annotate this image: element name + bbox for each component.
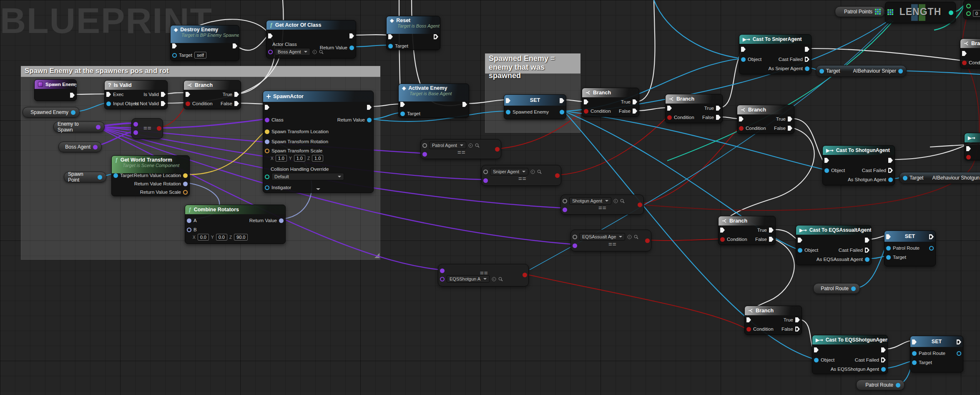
- exec-in-pin[interactable]: [265, 105, 269, 110]
- node-clipped-cast[interactable]: ▶➞: [964, 133, 980, 160]
- search-icon[interactable]: [537, 170, 542, 174]
- out-pin[interactable]: [898, 69, 903, 73]
- location-out-pin[interactable]: [183, 173, 188, 178]
- in-pin-a[interactable]: [440, 268, 445, 273]
- var-out-pin[interactable]: [93, 145, 98, 149]
- node-equal-eqs-assault[interactable]: EQSAssualt Age ==: [570, 230, 651, 251]
- var-out-pin[interactable]: [98, 175, 102, 180]
- in-pin-a[interactable]: [422, 143, 427, 148]
- exec-out-pin[interactable]: [788, 126, 792, 131]
- collision-select[interactable]: Default: [271, 173, 344, 180]
- cast-failed-pin[interactable]: [888, 168, 893, 173]
- cast-failed-pin[interactable]: [805, 57, 809, 62]
- return-value-pin[interactable]: [279, 218, 284, 223]
- var-out-pin[interactable]: [851, 286, 856, 291]
- node-branch-3[interactable]: Branch True Condition False: [665, 94, 723, 123]
- exec-out-pin[interactable]: [349, 33, 354, 38]
- condition-pin[interactable]: [966, 155, 971, 160]
- scale-pin[interactable]: [265, 149, 269, 153]
- return-value-pin[interactable]: [367, 118, 372, 122]
- exec-in-pin[interactable]: [506, 98, 510, 103]
- exec-in-pin[interactable]: [886, 234, 891, 239]
- class-select[interactable]: Boss Agent: [275, 48, 310, 56]
- condition-pin[interactable]: [962, 61, 967, 65]
- var-out-pin[interactable]: [896, 383, 900, 387]
- node-get-actor-of-class[interactable]: ƒ Get Actor Of Class Actor Class Return …: [266, 20, 356, 58]
- exec-out-pin[interactable]: [434, 34, 438, 39]
- node-equal-boss[interactable]: ==: [131, 118, 163, 139]
- search-icon[interactable]: [620, 199, 625, 203]
- collision-pin[interactable]: [265, 175, 269, 179]
- pill-spawned-enemy[interactable]: Spawned Enemy: [23, 107, 80, 118]
- node-branch-6[interactable]: Branch True Condition False: [744, 306, 802, 335]
- exec-out-pin[interactable]: [367, 105, 372, 110]
- object-pin[interactable]: [106, 101, 111, 106]
- exec-out-pin[interactable]: [161, 92, 166, 97]
- pill-patrol-points[interactable]: Patrol Points: [835, 6, 885, 17]
- pill-patrol-route-a[interactable]: Patrol Route: [813, 283, 860, 294]
- node-activate-enemy[interactable]: ◈Activate Enemy Target is Base Agent Tar…: [398, 84, 469, 118]
- in-pin-b[interactable]: [483, 178, 488, 183]
- exec-out-pin[interactable]: [633, 99, 637, 104]
- use-selected-icon[interactable]: [492, 277, 496, 281]
- exec-out-pin[interactable]: [881, 347, 886, 352]
- b-x-field[interactable]: 0.0: [198, 234, 209, 241]
- exec-in-pin[interactable]: [739, 116, 744, 122]
- b-z-field[interactable]: 90.0: [234, 234, 248, 241]
- object-pin[interactable]: [824, 168, 829, 173]
- rotation-out-pin[interactable]: [183, 182, 188, 186]
- scale-x-field[interactable]: 1.0: [276, 155, 287, 162]
- exec-out-pin[interactable]: [865, 238, 869, 243]
- location-pin[interactable]: [265, 129, 269, 134]
- exec-out-pin[interactable]: [805, 47, 809, 52]
- node-get-aibehaviour-shotgun[interactable]: Target AIBehaviour Shotgun: [899, 172, 980, 184]
- target-pin[interactable]: [172, 53, 177, 58]
- exec-out-pin[interactable]: [957, 339, 961, 344]
- int-in-pin[interactable]: [966, 4, 971, 8]
- out-pin[interactable]: [555, 173, 560, 178]
- exec-in-pin[interactable]: [798, 238, 802, 243]
- node-cast-to-eqs-shotgun-agent[interactable]: ▶➞ Cast To EQSShotgunAgent Object Cast F…: [812, 335, 888, 374]
- var-out-pin[interactable]: [929, 246, 934, 251]
- rotation-pin[interactable]: [265, 139, 269, 144]
- target-pin[interactable]: [400, 111, 405, 116]
- search-icon[interactable]: [498, 277, 503, 281]
- out-pin[interactable]: [495, 147, 500, 152]
- in-pin-a[interactable]: [563, 199, 567, 203]
- node-spawn-actor[interactable]: SpawnActor Class Return Value Spawn Tran…: [263, 91, 374, 193]
- exec-out-pin[interactable]: [716, 106, 721, 111]
- b-pin[interactable]: [187, 228, 191, 232]
- use-selected-icon[interactable]: [468, 143, 473, 148]
- class-select[interactable]: Patrol Agent: [429, 142, 466, 149]
- node-array-length[interactable]: LENGTH: [885, 2, 956, 23]
- in-pin-a[interactable]: [573, 235, 577, 239]
- target-pin[interactable]: [388, 44, 393, 48]
- node-reset[interactable]: ◈Reset Target is Boss Agent Target: [386, 16, 440, 50]
- int-in-pin[interactable]: [966, 11, 971, 16]
- class-select[interactable]: EQSAssualt Age: [579, 233, 625, 241]
- node-branch-clipped[interactable]: Branch Condition: [960, 38, 980, 68]
- node-branch-4[interactable]: Branch True Condition False: [737, 105, 794, 134]
- exec-out-pin[interactable]: [560, 98, 564, 103]
- in-pin-b[interactable]: [133, 130, 138, 135]
- node-set-patrol-route-shotgun[interactable]: SET Patrol Route Target: [910, 336, 963, 372]
- exec-out-pin[interactable]: [788, 116, 792, 122]
- in-pin-b[interactable]: [563, 208, 567, 212]
- exec-out-pin[interactable]: [161, 101, 166, 106]
- exec-in-pin[interactable]: [741, 47, 746, 52]
- exec-out-pin[interactable]: [70, 93, 75, 98]
- in-pin-a[interactable]: [483, 170, 488, 174]
- target-pin[interactable]: [912, 360, 917, 365]
- exec-out-pin[interactable]: [233, 43, 237, 48]
- as-out-pin[interactable]: [805, 66, 809, 71]
- exec-out-pin[interactable]: [462, 102, 467, 107]
- search-icon[interactable]: [475, 143, 480, 148]
- pill-enemy-to-spawn[interactable]: Enemy to Spawn: [53, 122, 105, 132]
- target-pin[interactable]: [113, 173, 118, 178]
- exec-in-pin[interactable]: [912, 339, 917, 344]
- exec-in-pin[interactable]: [388, 34, 393, 39]
- condition-pin[interactable]: [720, 237, 725, 242]
- node-cast-to-sniper-agent[interactable]: ▶➞ Cast To SniperAgent Object Cast Faile…: [739, 34, 812, 74]
- as-out-pin[interactable]: [881, 367, 886, 372]
- node-cast-to-shotgun-agent[interactable]: ▶➞ Cast To ShotgunAgent Object Cast Fail…: [822, 145, 895, 185]
